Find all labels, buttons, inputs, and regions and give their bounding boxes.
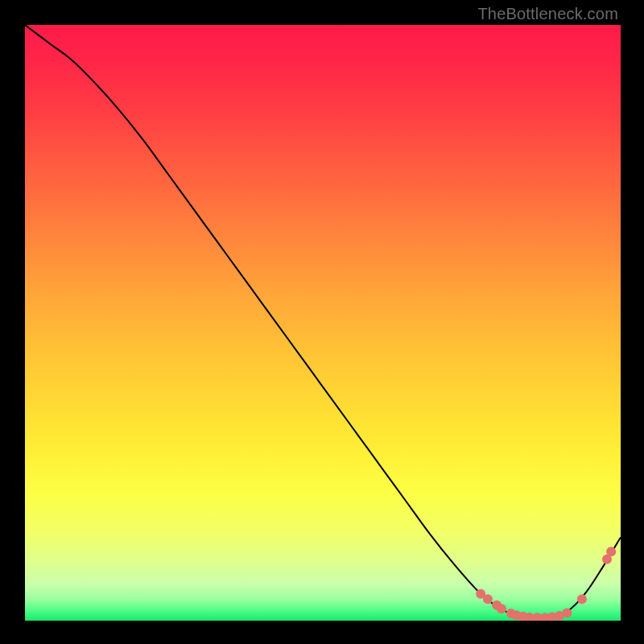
- watermark-label: TheBottleneck.com: [477, 5, 618, 23]
- chart-stage: TheBottleneck.com: [0, 0, 644, 644]
- curve-marker: [606, 547, 616, 556]
- curve-marker: [497, 604, 506, 613]
- curve-marker: [483, 594, 493, 604]
- curve-marker: [562, 608, 572, 617]
- curve-marker: [577, 594, 587, 604]
- curve-layer: [25, 25, 621, 621]
- plot-area: [25, 25, 621, 621]
- bottleneck-curve: [25, 25, 621, 618]
- curve-markers: [476, 547, 616, 621]
